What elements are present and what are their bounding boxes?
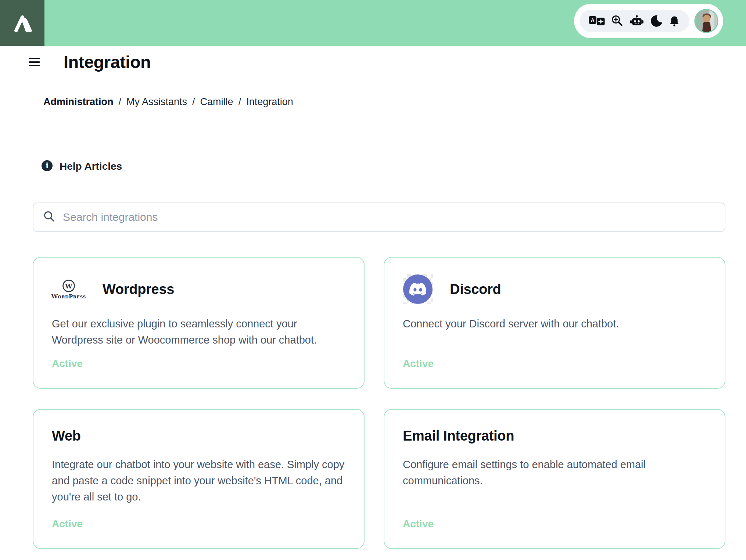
status-badge: Active: [52, 358, 345, 370]
help-articles-label: Help Articles: [60, 161, 122, 172]
discord-logo-icon: [403, 274, 433, 304]
svg-text:i: i: [46, 161, 49, 170]
card-title: Discord: [450, 281, 501, 297]
wordpress-logo-icon: W WordPress: [52, 279, 86, 300]
topbar: A: [0, 0, 746, 46]
integration-cards-grid: W WordPress Wordpress Get our exclusive …: [33, 257, 746, 549]
brand-logo-icon: [9, 9, 36, 37]
translate-icon[interactable]: A: [588, 14, 605, 28]
svg-text:A: A: [591, 17, 594, 23]
card-email-integration[interactable]: Email Integration Configure email settin…: [384, 409, 725, 549]
breadcrumb-separator: /: [119, 95, 122, 108]
card-description: Integrate our chatbot into your website …: [52, 456, 345, 505]
utility-pill: A: [574, 4, 723, 38]
status-badge: Active: [403, 358, 706, 370]
help-articles-link[interactable]: i Help Articles: [41, 160, 746, 173]
page-title: Integration: [64, 52, 151, 72]
card-wordpress[interactable]: W WordPress Wordpress Get our exclusive …: [33, 257, 365, 389]
breadcrumb: Administration / My Assistants / Camille…: [43, 95, 746, 108]
breadcrumb-item-integration[interactable]: Integration: [246, 95, 293, 108]
breadcrumb-item-my-assistants[interactable]: My Assistants: [126, 95, 187, 108]
card-title: Wordpress: [103, 281, 174, 297]
zoom-in-icon[interactable]: [611, 14, 624, 28]
card-discord[interactable]: Discord Connect your Discord server with…: [384, 257, 725, 389]
card-web[interactable]: Web Integrate our chatbot into your webs…: [33, 409, 365, 549]
status-badge: Active: [403, 518, 706, 530]
brand-logo[interactable]: [0, 0, 44, 46]
search-icon: [43, 210, 55, 224]
card-title: Web: [52, 428, 345, 444]
notifications-bell-icon[interactable]: [668, 15, 681, 27]
breadcrumb-separator: /: [238, 95, 241, 108]
info-icon: i: [41, 160, 53, 173]
card-description: Connect your Discord server with our cha…: [403, 316, 706, 332]
user-avatar[interactable]: [694, 9, 718, 33]
breadcrumb-separator: /: [192, 95, 195, 108]
svg-text:W: W: [65, 283, 72, 290]
menu-hamburger-button[interactable]: [29, 57, 40, 68]
status-badge: Active: [52, 518, 345, 530]
search-input[interactable]: [63, 211, 715, 223]
wordpress-logo-text: WordPress: [51, 293, 86, 300]
breadcrumb-item-camille[interactable]: Camille: [200, 95, 233, 108]
icon-tray: A: [580, 10, 689, 32]
card-description: Get our exclusive plugin to seamlessly c…: [52, 316, 345, 348]
breadcrumb-item-administration[interactable]: Administration: [43, 95, 114, 108]
search-box: [33, 202, 725, 232]
card-description: Configure email settings to enable autom…: [403, 456, 706, 489]
robot-icon[interactable]: [630, 15, 644, 27]
dark-mode-moon-icon[interactable]: [649, 14, 663, 28]
card-title: Email Integration: [403, 428, 706, 444]
